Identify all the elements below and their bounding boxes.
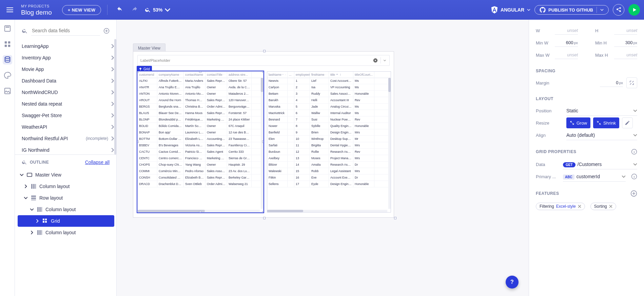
shrink-button[interactable]: Shrink <box>593 117 619 128</box>
scrollbar-vertical[interactable] <box>261 78 263 209</box>
framework-selector[interactable]: ANGULAR <box>491 6 530 14</box>
table-row[interactable]: ALFKIAlfreds FutterkisteMaria AndersSale… <box>138 78 263 84</box>
share-button[interactable] <box>613 4 624 16</box>
column-header[interactable]: companyName <box>157 72 184 78</box>
table-row[interactable]: BLAUSBlauer See Delik...Hanna MoosSales … <box>138 110 263 116</box>
column-header[interactable]: customerId <box>138 72 157 78</box>
table-row[interactable]: CONSHConsolidated Hol...Elizabeth BrownS… <box>138 174 263 181</box>
table-row[interactable]: Barukh4HelliAccountant IIIRev <box>267 97 391 104</box>
w-value[interactable]: unset <box>555 26 578 35</box>
run-button[interactable] <box>628 4 640 16</box>
table-row[interactable]: Axelbey13MosesProject ManagerMrs <box>267 155 391 162</box>
grid-customers[interactable]: customerIdcompanyNamecontactNamecontactT… <box>137 71 264 212</box>
table-row[interactable]: DRACDDrachenblut Deli...Sven OttliebOrde… <box>138 181 263 187</box>
grid-employees[interactable]: lastName...employeeIDfirstNametitletitle… <box>267 71 391 212</box>
menu-dots-icon[interactable] <box>225 73 226 76</box>
expand-icon[interactable] <box>30 230 34 235</box>
publish-github-button[interactable]: PUBLISH TO GITHUB <box>534 5 609 15</box>
rail-views[interactable] <box>3 24 12 33</box>
tree-node[interactable]: Row layout <box>18 192 114 204</box>
menu-dots-icon[interactable] <box>339 73 342 76</box>
expand-icon[interactable] <box>24 184 28 188</box>
rail-assets[interactable] <box>3 86 12 96</box>
table-row[interactable]: CHOPSChop-suey Chine...Yang WangOwnerHau… <box>138 162 263 168</box>
scrollbar-horizontal[interactable] <box>138 210 260 212</box>
datasource-item[interactable]: WeatherAPI <box>22 121 115 133</box>
expand-icon[interactable] <box>20 173 24 177</box>
minw-value[interactable]: 600px <box>555 39 578 47</box>
clear-icon[interactable] <box>373 58 378 63</box>
datasource-item[interactable]: IG Northwind <box>22 144 115 154</box>
margin-value[interactable]: 0px <box>600 79 623 87</box>
info-icon[interactable] <box>631 149 637 155</box>
properties-panel[interactable]: Wunset Hunset Min W600px Min H300px Max … <box>529 20 644 296</box>
help-fab[interactable]: ? <box>506 276 519 289</box>
table-row[interactable]: BERGSBerglunds snabb...Christina Berglun… <box>138 104 263 110</box>
search-input[interactable] <box>31 26 100 36</box>
table-row[interactable]: Burdoun12RollieResearch Assista...Rev <box>267 149 391 155</box>
add-datasource-button[interactable] <box>103 28 110 34</box>
scrollbar-vertical[interactable] <box>388 78 391 209</box>
column-header[interactable]: lastName <box>267 72 288 78</box>
column-header[interactable]: address stre... <box>227 72 252 78</box>
pk-select[interactable]: ABCcustomerId <box>563 172 626 182</box>
menu-dots-icon[interactable] <box>250 73 250 76</box>
menu-dots-icon[interactable] <box>181 73 182 76</box>
grid-searchbar[interactable]: Label/Placeholder <box>137 55 390 66</box>
outline-tree[interactable]: Master ViewColumn layoutRow layoutColumn… <box>15 168 116 296</box>
menu-dots-icon[interactable] <box>327 73 327 76</box>
column-header[interactable]: contactTitle <box>206 72 227 78</box>
maxh-value[interactable]: unset <box>614 51 637 59</box>
feature-sorting-chip[interactable]: Sorting <box>590 203 616 210</box>
maxw-value[interactable]: unset <box>555 51 578 59</box>
redo-button[interactable] <box>129 4 141 16</box>
column-header[interactable]: title <box>329 72 353 78</box>
column-header[interactable]: firstName <box>310 72 329 78</box>
expand-icon[interactable] <box>24 196 28 200</box>
zoom-control[interactable]: 53% <box>145 7 171 13</box>
close-icon[interactable] <box>578 205 581 208</box>
table-row[interactable]: Banfield9BrienDesign EngineerMrs <box>267 129 391 136</box>
datasource-item[interactable]: NorthWindCRUD <box>22 87 115 98</box>
datasource-item[interactable]: Nested data repeat <box>22 98 115 110</box>
tree-node[interactable]: Column layout <box>18 181 114 192</box>
datasource-item[interactable]: LearningApp <box>22 40 115 52</box>
table-row[interactable]: Carlyon2IsaVP AccountingMs <box>267 84 391 91</box>
table-row[interactable]: BSBEVB's BeveragesVictoria AshworthSales… <box>138 142 263 149</box>
column-header[interactable]: ... <box>288 72 294 78</box>
tree-node[interactable]: Column layout <box>18 204 114 215</box>
h-value[interactable]: unset <box>614 26 637 35</box>
column-header[interactable]: contactName <box>184 72 206 78</box>
table-row[interactable]: AROUTAround the HornThomas HardySales Re… <box>138 97 263 104</box>
undo-button[interactable] <box>114 4 125 16</box>
table-row[interactable]: BONAPBon app'Laurence LebihanOwner12 rue… <box>138 129 263 136</box>
tree-node[interactable]: Column layout <box>18 227 114 238</box>
table-row[interactable]: Besnard7SusiNuclear Power E...Rev <box>267 116 391 123</box>
table-row[interactable]: BOTTMBottom-Dollar M...Elizabeth Lincoln… <box>138 136 263 142</box>
chevron-down-icon[interactable] <box>380 57 387 63</box>
align-select[interactable]: Auto (default) <box>566 130 637 140</box>
datasource-item[interactable]: Swagger-Pet Store <box>22 110 115 121</box>
menu-dots-icon[interactable] <box>285 73 286 76</box>
project-name[interactable]: Blog demo <box>21 9 52 16</box>
datasource-item[interactable]: Movie App <box>22 63 115 75</box>
table-row[interactable]: Maruska5JadeAnalog Circuit De...Ms <box>267 104 391 110</box>
expand-icon[interactable] <box>30 207 34 211</box>
close-icon[interactable] <box>609 205 612 208</box>
new-view-button[interactable]: + NEW VIEW <box>62 5 101 15</box>
edit-resize-button[interactable] <box>622 117 633 128</box>
table-row[interactable]: COMMIComércio MineiroPedro AfonsoSales A… <box>138 168 263 174</box>
datasource-item[interactable]: Inventory App <box>22 52 115 63</box>
collapse-all-link[interactable]: Collapse all <box>85 160 110 165</box>
position-select[interactable]: Static <box>566 106 637 116</box>
canvas-frame[interactable]: Label/Placeholder Grid customerIdcompany… <box>133 51 394 218</box>
rail-components[interactable] <box>3 39 12 49</box>
table-row[interactable]: Fitkin16EveAccount ExecutiveDr <box>267 174 391 181</box>
tree-node[interactable]: Grid <box>18 215 114 227</box>
tree-node[interactable]: Master View <box>18 169 114 181</box>
table-row[interactable]: Sellens17EydeDesign EngineerHonorable <box>267 181 391 187</box>
datasource-list[interactable]: LearningAppInventory AppMovie AppDashboa… <box>15 39 116 154</box>
table-row[interactable]: BOLIDBólido Comidas p...Martín SommerOwn… <box>138 123 263 129</box>
data-select[interactable]: GET/Customers <box>563 160 637 169</box>
menu-button[interactable] <box>4 4 16 16</box>
